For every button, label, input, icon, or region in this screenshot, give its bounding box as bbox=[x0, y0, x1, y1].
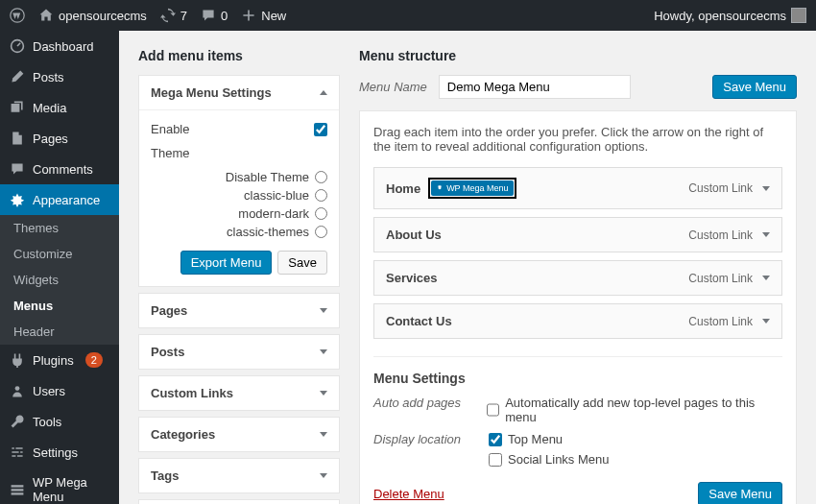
menu-item-label: Home bbox=[386, 181, 420, 196]
admin-sidebar: Dashboard Posts Media Pages Comments App… bbox=[0, 31, 119, 504]
add-items-heading: Add menu items bbox=[138, 48, 340, 63]
drag-instruction: Drag each item into the order you prefer… bbox=[373, 125, 782, 154]
caret-down-icon bbox=[320, 473, 327, 478]
menu-item-type: Custom Link bbox=[688, 315, 753, 328]
site-name[interactable]: opensourcecms bbox=[38, 8, 147, 23]
theme-radio-classic-themes[interactable] bbox=[315, 226, 327, 238]
enable-checkbox[interactable] bbox=[314, 123, 327, 136]
top-menu-option: Top Menu bbox=[508, 432, 563, 446]
nav-comments[interactable]: Comments bbox=[0, 154, 119, 184]
menu-item-about[interactable]: About Us Custom Link bbox=[373, 217, 782, 252]
subnav-themes[interactable]: Themes bbox=[0, 215, 119, 241]
new-content[interactable]: New bbox=[241, 8, 286, 23]
menu-settings: Menu Settings Auto add pages Automatical… bbox=[373, 356, 782, 467]
custom-links-panel-toggle[interactable]: Custom Links bbox=[139, 376, 339, 410]
nav-media[interactable]: Media bbox=[0, 92, 119, 123]
pages-panel-toggle[interactable]: Pages bbox=[139, 294, 339, 327]
menu-item-label: Contact Us bbox=[386, 314, 452, 328]
menu-settings-heading: Menu Settings bbox=[373, 371, 782, 386]
tags-panel-toggle[interactable]: Tags bbox=[139, 459, 339, 492]
subnav-customize[interactable]: Customize bbox=[0, 241, 119, 267]
caret-down-icon[interactable] bbox=[762, 186, 770, 191]
caret-down-icon[interactable] bbox=[762, 319, 770, 324]
menu-name-label: Menu Name bbox=[359, 80, 427, 94]
comments-count[interactable]: 0 bbox=[201, 8, 228, 23]
social-links-option: Social Links Menu bbox=[508, 452, 610, 467]
svg-point-2 bbox=[15, 386, 20, 391]
auto-add-checkbox[interactable] bbox=[487, 403, 500, 417]
top-menu-checkbox[interactable] bbox=[489, 433, 502, 446]
mega-pill-highlight: WP Mega Menu bbox=[428, 178, 516, 199]
nav-pages[interactable]: Pages bbox=[0, 123, 119, 154]
theme-opt-modern-dark: modern-dark bbox=[238, 206, 309, 221]
wp-logo[interactable] bbox=[10, 8, 25, 23]
posts-panel-toggle[interactable]: Posts bbox=[139, 335, 339, 369]
caret-down-icon bbox=[320, 391, 327, 396]
menu-item-label: Services bbox=[386, 271, 438, 285]
nav-wp-mega-menu[interactable]: WP Mega Menu bbox=[0, 468, 119, 504]
svg-rect-4 bbox=[12, 489, 24, 491]
mega-menu-settings-panel: Mega Menu Settings Enable Theme Disable … bbox=[138, 75, 340, 287]
menu-item-type: Custom Link bbox=[688, 181, 753, 195]
delete-menu-link[interactable]: Delete Menu bbox=[373, 487, 444, 501]
nav-settings[interactable]: Settings bbox=[0, 437, 119, 468]
theme-radio-disable[interactable] bbox=[315, 171, 327, 183]
nav-tools[interactable]: Tools bbox=[0, 406, 119, 437]
svg-rect-5 bbox=[12, 492, 24, 494]
display-location-label: Display location bbox=[373, 432, 469, 446]
social-links-checkbox[interactable] bbox=[489, 453, 502, 467]
caret-down-icon bbox=[320, 308, 327, 313]
caret-down-icon bbox=[320, 432, 327, 437]
theme-radio-classic-blue[interactable] bbox=[315, 189, 327, 202]
theme-label: Theme bbox=[151, 146, 189, 160]
formats-panel-toggle[interactable]: Formats bbox=[139, 500, 339, 504]
updates[interactable]: 7 bbox=[160, 8, 187, 23]
menu-item-type: Custom Link bbox=[688, 272, 753, 285]
caret-down-icon[interactable] bbox=[762, 276, 770, 280]
enable-label: Enable bbox=[151, 122, 189, 136]
auto-add-option: Automatically add new top-level pages to… bbox=[505, 396, 782, 424]
howdy-user[interactable]: Howdy, opensourcecms bbox=[654, 8, 806, 23]
caret-down-icon bbox=[320, 349, 327, 354]
plugins-badge: 2 bbox=[85, 352, 103, 368]
save-menu-button-top[interactable]: Save Menu bbox=[712, 75, 797, 99]
menu-item-services[interactable]: Services Custom Link bbox=[373, 260, 782, 296]
nav-posts[interactable]: Posts bbox=[0, 61, 119, 92]
nav-appearance[interactable]: Appearance bbox=[0, 184, 119, 215]
caret-down-icon[interactable] bbox=[762, 232, 770, 237]
menu-item-type: Custom Link bbox=[688, 228, 753, 242]
subnav-header[interactable]: Header bbox=[0, 319, 119, 345]
theme-opt-disable: Disable Theme bbox=[226, 170, 309, 184]
export-menu-button[interactable]: Export Menu bbox=[180, 251, 273, 275]
theme-options: Disable Theme classic-blue modern-dark c… bbox=[151, 170, 327, 239]
theme-opt-classic-themes: classic-themes bbox=[227, 225, 309, 239]
save-menu-button-bottom[interactable]: Save Menu bbox=[698, 482, 782, 504]
menu-item-contact[interactable]: Contact Us Custom Link bbox=[373, 303, 782, 339]
theme-radio-modern-dark[interactable] bbox=[315, 207, 327, 220]
auto-add-label: Auto add pages bbox=[373, 396, 468, 410]
menu-name-input[interactable] bbox=[439, 75, 631, 99]
caret-up-icon bbox=[320, 90, 327, 95]
menu-item-label: About Us bbox=[386, 228, 442, 242]
subnav-widgets[interactable]: Widgets bbox=[0, 267, 119, 293]
avatar bbox=[791, 8, 806, 23]
svg-rect-3 bbox=[12, 485, 24, 487]
nav-dashboard[interactable]: Dashboard bbox=[0, 31, 119, 61]
nav-users[interactable]: Users bbox=[0, 375, 119, 406]
save-settings-button[interactable]: Save bbox=[277, 251, 327, 275]
content-area: Add menu items Mega Menu Settings Enable… bbox=[119, 31, 816, 504]
menu-item-home[interactable]: Home WP Mega Menu Custom Link bbox=[373, 167, 782, 209]
subnav-menus[interactable]: Menus bbox=[0, 293, 119, 319]
theme-opt-classic-blue: classic-blue bbox=[244, 188, 309, 203]
wp-mega-menu-pill[interactable]: WP Mega Menu bbox=[431, 180, 513, 196]
mega-menu-settings-toggle[interactable]: Mega Menu Settings bbox=[139, 76, 339, 110]
admin-bar: opensourcecms 7 0 New Howdy, opensourcec… bbox=[0, 0, 816, 31]
appearance-submenu: Themes Customize Widgets Menus Header bbox=[0, 215, 119, 345]
nav-plugins[interactable]: Plugins2 bbox=[0, 345, 119, 375]
menu-structure-heading: Menu structure bbox=[359, 48, 797, 63]
categories-panel-toggle[interactable]: Categories bbox=[139, 418, 339, 451]
menu-structure-box: Drag each item into the order you prefer… bbox=[359, 110, 797, 504]
